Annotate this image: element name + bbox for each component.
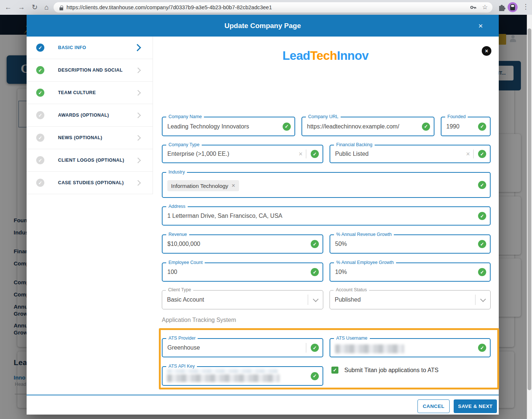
employee-growth-field[interactable]: % Annual Employee Growth 10% ✓ — [330, 262, 491, 282]
revenue-field[interactable]: Revenue $10,000,000 ✓ — [162, 234, 323, 254]
step-check-icon: ✓ — [36, 111, 44, 119]
valid-check-icon: ✓ — [311, 268, 319, 276]
valid-check-icon: ✓ — [478, 268, 486, 276]
update-company-modal: Update Company Page × ✓ BASIC INFO ✓ DES… — [27, 15, 499, 414]
redacted-api-key-value — [167, 374, 280, 382]
chip-remove-icon[interactable]: × — [232, 182, 235, 189]
chevron-right-icon — [135, 113, 141, 119]
reload-icon[interactable]: ↻ — [30, 3, 39, 12]
step-case-studies[interactable]: ✓ CASE STUDIES (OPTIONAL) — [27, 172, 153, 194]
ats-provider-field[interactable]: ATS Provider Greenhouse ✓ — [162, 338, 323, 357]
modal-header: Update Company Page × — [27, 15, 499, 37]
valid-check-icon: ✓ — [311, 240, 319, 248]
chevron-down-icon — [313, 296, 319, 302]
step-check-icon: ✓ — [36, 89, 44, 97]
step-basic-info[interactable]: ✓ BASIC INFO — [27, 37, 153, 59]
financial-backing-field[interactable]: Financial Backing Public Listed × ✓ — [330, 145, 491, 163]
valid-check-icon: ✓ — [478, 344, 486, 352]
step-team-culture[interactable]: ✓ TEAM CULTURE — [27, 82, 153, 104]
step-news[interactable]: ✓ NEWS (OPTIONAL) — [27, 127, 153, 149]
chevron-right-icon — [134, 44, 141, 51]
ats-username-field[interactable]: ATS Username ✓ — [330, 338, 491, 357]
save-next-button[interactable]: SAVE & NEXT — [454, 399, 497, 413]
valid-check-icon: ✓ — [311, 344, 319, 352]
cancel-button[interactable]: CANCEL — [417, 399, 450, 413]
address-bar[interactable]: https://clients.dev.titanhouse.com/compa… — [54, 2, 492, 13]
submit-to-ats-label: Submit Titan job applications to ATS — [344, 367, 439, 374]
screen: ← → ↻ ⌂ https://clients.dev.titanhouse.c… — [0, 0, 532, 419]
step-client-logos[interactable]: ✓ CLIENT LOGOS (OPTIONAL) — [27, 149, 153, 172]
modal-footer: CANCEL SAVE & NEXT — [27, 395, 499, 415]
step-check-icon: ✓ — [36, 44, 44, 52]
valid-check-icon: ✓ — [422, 123, 430, 131]
chevron-right-icon — [135, 90, 141, 96]
url-text: https://clients.dev.titanhouse.com/compa… — [66, 4, 272, 10]
valid-check-icon: ✓ — [311, 372, 319, 380]
clear-icon[interactable]: × — [299, 150, 303, 158]
company-name-field[interactable]: Company Name Leading Technology Innovato… — [162, 117, 295, 136]
redacted-api-key-value — [167, 369, 278, 373]
step-description-social[interactable]: ✓ DESCRIPTION AND SOCIAL — [27, 59, 153, 82]
submit-to-ats-checkbox[interactable]: ✓ — [331, 367, 338, 374]
client-type-select[interactable]: Client Type Basic Account — [162, 290, 323, 309]
company-url-field[interactable]: Company URL https://leadtechinnov.exampl… — [301, 117, 434, 136]
valid-check-icon: ✓ — [478, 181, 486, 189]
chevron-down-icon — [480, 296, 486, 302]
modal-title: Update Company Page — [27, 15, 499, 37]
key-icon[interactable] — [470, 4, 477, 11]
company-logo: LeadTechInnov — [270, 49, 381, 63]
scrollbar-thumb[interactable] — [528, 28, 531, 390]
home-icon[interactable]: ⌂ — [42, 3, 51, 12]
chevron-right-icon — [135, 180, 141, 186]
close-icon[interactable]: × — [476, 21, 485, 31]
redacted-username-value — [335, 344, 404, 353]
panda-avatar-image — [510, 4, 515, 10]
bookmark-star-icon[interactable]: ☆ — [482, 3, 488, 11]
browser-menu-icon[interactable]: ⋮ — [522, 3, 529, 11]
account-status-select[interactable]: Account Status Published — [330, 290, 491, 309]
founded-field[interactable]: Founded 1990 ✓ — [441, 117, 491, 136]
valid-check-icon: ✓ — [478, 123, 486, 131]
company-type-field[interactable]: Company Type Enterprise (>1,000 EE.) × ✓ — [162, 145, 323, 163]
extensions-puzzle-icon[interactable] — [498, 3, 506, 11]
browser-chrome: ← → ↻ ⌂ https://clients.dev.titanhouse.c… — [0, 0, 532, 15]
valid-check-icon: ✓ — [478, 150, 486, 158]
employee-count-field[interactable]: Employee Count 100 ✓ — [162, 262, 323, 282]
valid-check-icon: ✓ — [478, 212, 486, 220]
valid-check-icon: ✓ — [283, 123, 291, 131]
ats-section-heading: Application Tracking System — [162, 317, 236, 323]
step-check-icon: ✓ — [36, 134, 44, 142]
valid-check-icon: ✓ — [478, 240, 486, 248]
industry-field[interactable]: Industry Information Technology× ✓ — [162, 172, 491, 198]
clear-icon[interactable]: × — [466, 150, 470, 158]
valid-check-icon: ✓ — [311, 150, 319, 158]
steps-sidebar: ✓ BASIC INFO ✓ DESCRIPTION AND SOCIAL ✓ … — [27, 37, 153, 194]
revenue-growth-field[interactable]: % Annual Revenue Growth 50% ✓ — [330, 234, 491, 254]
step-check-icon: ✓ — [36, 179, 44, 187]
browser-profile-avatar[interactable] — [508, 2, 518, 12]
step-check-icon: ✓ — [36, 66, 44, 74]
chevron-right-icon — [135, 158, 141, 164]
chevron-right-icon — [135, 68, 141, 73]
back-icon[interactable]: ← — [4, 3, 13, 12]
chevron-right-icon — [135, 135, 141, 141]
step-awards[interactable]: ✓ AWARDS (OPTIONAL) — [27, 104, 153, 127]
industry-chip[interactable]: Information Technology× — [167, 180, 239, 191]
address-field[interactable]: Address 1 Letterman Drive, San Francisco… — [162, 206, 491, 226]
remove-logo-button[interactable]: × — [482, 46, 491, 56]
forward-icon[interactable]: → — [17, 3, 26, 12]
ats-api-key-field[interactable]: ATS API Key ✓ — [162, 366, 323, 386]
step-check-icon: ✓ — [36, 156, 44, 164]
